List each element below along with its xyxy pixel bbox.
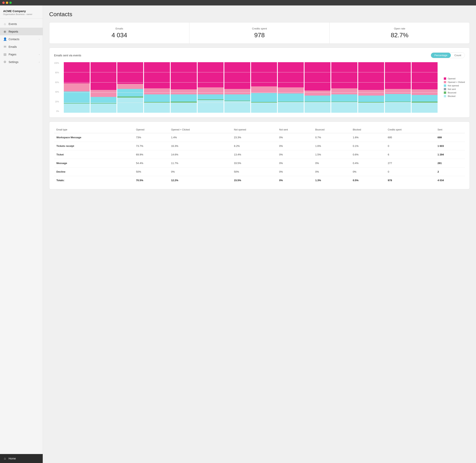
- bar-segment-not_opened: [358, 96, 384, 102]
- bar-group: [278, 62, 304, 113]
- chart-toggle: Percentage Count: [431, 53, 465, 58]
- bar-segment-opened: [331, 62, 357, 88]
- sidebar-item-pages[interactable]: ▤ Pages ›: [0, 51, 43, 58]
- main-content: Contacts Emails 4 034 Credits spent 978 …: [43, 5, 476, 463]
- legend-label-not-sent: Not sent: [448, 88, 456, 90]
- bar-segment-opened_clicked: [385, 89, 411, 94]
- contacts-icon: 👤: [3, 37, 7, 41]
- bars-area: [64, 62, 438, 113]
- legend-opened: Opened: [444, 77, 465, 80]
- pages-icon: ▤: [3, 53, 7, 56]
- y-label-0: 0%: [54, 110, 59, 112]
- bar-segment-opened: [198, 62, 224, 87]
- bar-segment-opened: [144, 62, 170, 88]
- bar-segment-opened_clicked: [305, 90, 331, 96]
- bar-group: [331, 62, 357, 113]
- table-cell: 0%: [350, 168, 386, 176]
- bar-segment-opened: [385, 62, 411, 89]
- table-cell: 0%: [169, 168, 232, 176]
- bar-segment-not_opened: [251, 93, 277, 102]
- table-cell: 277: [386, 159, 435, 168]
- bar-segment-blocked: [171, 103, 197, 113]
- table-cell: 13.4%: [232, 150, 277, 159]
- table-row: Totals:70.5%12.2%15.5%0%1.3%0.5%9784 034: [54, 176, 465, 185]
- bar-segment-opened: [117, 62, 143, 84]
- percentage-toggle-button[interactable]: Percentage: [431, 53, 451, 58]
- minimize-button[interactable]: [6, 1, 8, 4]
- app-container: ACME Company Organisation Business - own…: [0, 5, 476, 463]
- th-credits: Credits spent: [386, 126, 435, 133]
- table-cell: 15.5%: [232, 176, 277, 185]
- y-label-80: 80%: [54, 71, 59, 74]
- bar-segment-not_opened: [385, 94, 411, 102]
- bar-group: [198, 62, 224, 113]
- home-icon: ⌂: [3, 457, 7, 460]
- table-cell: 4 034: [435, 176, 465, 185]
- table-cell: 0: [386, 168, 435, 176]
- home-label: Home: [9, 457, 16, 460]
- sidebar-item-contacts[interactable]: 👤 Contacts ›: [0, 35, 43, 43]
- legend-color-opened-clicked: [444, 81, 446, 83]
- bar-group: [385, 62, 411, 113]
- table-header-row: Email type Opened Opened + Clicked Not o…: [54, 126, 465, 133]
- table-cell: 699: [435, 133, 465, 142]
- table-cell: 2: [435, 168, 465, 176]
- bar-group: [412, 62, 438, 113]
- chart-header: Emails sent via events Percentage Count: [54, 53, 465, 58]
- table-cell: 0.1%: [350, 142, 386, 150]
- sidebar-item-settings[interactable]: ⚙ Settings ›: [0, 58, 43, 66]
- table-cell: 0.4%: [350, 159, 386, 168]
- legend-opened-clicked: Opened + Clicked: [444, 81, 465, 83]
- th-not-opened: Not opened: [232, 126, 277, 133]
- bar-segment-not_opened: [331, 94, 357, 101]
- bar-segment-not_opened: [224, 94, 250, 100]
- stat-credits-label: Credits spent: [196, 27, 323, 30]
- page-title: Contacts: [49, 11, 470, 18]
- bar-group: [224, 62, 250, 113]
- table-cell: 16.3%: [169, 142, 232, 150]
- bar-segment-blocked: [331, 102, 357, 113]
- table-cell: 0.5%: [350, 176, 386, 185]
- legend-color-blocked: [444, 95, 446, 97]
- table-cell: Workspace Message: [54, 133, 134, 142]
- company-name: ACME Company: [3, 9, 40, 13]
- th-bounced: Bounced: [313, 126, 350, 133]
- table-cell: 23.3%: [232, 133, 277, 142]
- y-label-20: 20%: [54, 101, 59, 103]
- sidebar-item-events[interactable]: ⌂ Events: [0, 20, 43, 28]
- bar-segment-blocked: [198, 100, 224, 113]
- table-cell: 0%: [277, 176, 313, 185]
- table-cell: 73.7%: [134, 142, 169, 150]
- reports-icon: ◉: [3, 30, 7, 33]
- stat-credits-value: 978: [196, 32, 323, 39]
- home-footer[interactable]: ⌂ Home: [0, 454, 43, 463]
- bar-segment-blocked: [305, 102, 331, 113]
- y-label-40: 40%: [54, 91, 59, 93]
- bar-segment-opened_clicked: [64, 83, 90, 91]
- sidebar-item-emails[interactable]: ✉ Emails: [0, 43, 43, 51]
- bar-segment-not_opened: [90, 97, 117, 103]
- table-cell: 12.2%: [169, 176, 232, 185]
- table-cell: 1.3%: [313, 176, 350, 185]
- maximize-button[interactable]: [9, 1, 12, 4]
- email-table: Email type Opened Opened + Clicked Not o…: [54, 126, 465, 185]
- table-cell: Totals:: [54, 176, 134, 185]
- count-toggle-button[interactable]: Count: [451, 53, 465, 58]
- sidebar-header: ACME Company Organisation Business - own…: [0, 5, 43, 19]
- table-cell: 0%: [313, 159, 350, 168]
- stat-emails-value: 4 034: [56, 32, 183, 39]
- table-cell: 0: [386, 142, 435, 150]
- bar-segment-opened_clicked: [331, 88, 357, 94]
- table-cell: 6: [386, 150, 435, 159]
- th-not-sent: Not sent: [277, 126, 313, 133]
- bar-segment-opened: [171, 62, 197, 89]
- close-button[interactable]: [2, 1, 5, 4]
- sidebar-item-reports[interactable]: ◉ Reports: [0, 28, 43, 35]
- table-cell: 1.6%: [350, 133, 386, 142]
- table-cell: 0.6%: [350, 150, 386, 159]
- table-cell: 73%: [134, 133, 169, 142]
- bar-segment-blocked: [224, 101, 250, 113]
- bar-segment-opened: [90, 62, 117, 90]
- bar-segment-opened_clicked: [412, 89, 438, 95]
- bar-segment-not_opened: [117, 89, 143, 97]
